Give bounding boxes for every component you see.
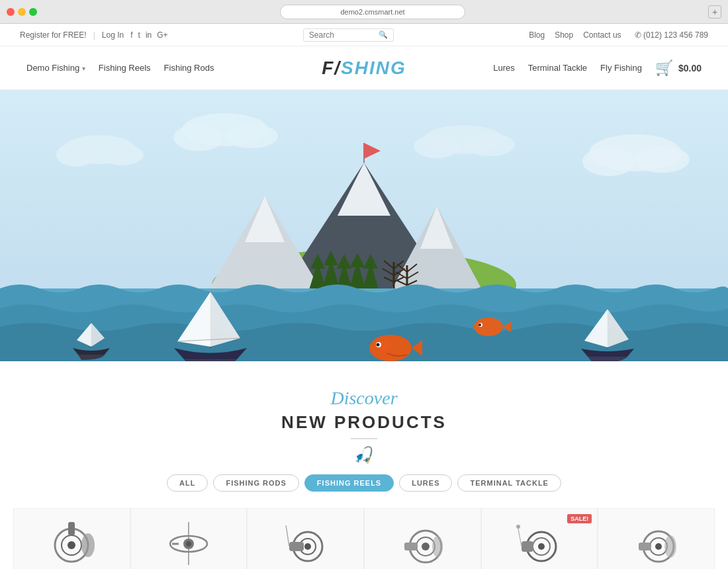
svg-point-67: [478, 324, 481, 326]
svg-point-98: [664, 535, 676, 558]
svg-point-87: [432, 536, 443, 557]
filter-tabs: ALL FISHING RODS FISHING REELS LURES TER…: [0, 474, 728, 492]
products-section: Discover NEW PRODUCTS 🎣 ALL FISHING RODS…: [0, 361, 728, 569]
minimize-button[interactable]: [18, 8, 26, 16]
product-card[interactable]: SALE!: [481, 508, 598, 569]
product-card[interactable]: [364, 508, 481, 569]
product-image: [165, 519, 212, 568]
product-card[interactable]: [247, 508, 364, 569]
svg-point-8: [414, 134, 460, 158]
svg-point-5: [173, 124, 224, 151]
nav-lures[interactable]: Lures: [493, 63, 515, 73]
svg-line-82: [286, 525, 289, 547]
discover-heading: Discover: [0, 388, 728, 409]
filter-fishing-reels[interactable]: FISHING REELS: [304, 474, 394, 492]
products-row: SALE!: [0, 508, 728, 569]
filter-terminal-tackle[interactable]: TERMINAL TACKLE: [457, 474, 561, 492]
svg-point-72: [81, 533, 95, 557]
hero-illustration: [0, 90, 728, 361]
search-input[interactable]: [309, 30, 375, 40]
nav-fly-fishing[interactable]: Fly Fishing: [600, 63, 642, 73]
nav-fishing-reels[interactable]: Fishing Reels: [99, 63, 151, 73]
utility-links: Blog Shop Contact us: [529, 30, 621, 40]
contact-link[interactable]: Contact us: [583, 30, 621, 40]
divider: |: [93, 30, 95, 40]
address-input[interactable]: [280, 5, 465, 19]
new-products-title: NEW PRODUCTS: [0, 412, 728, 433]
nav-container: Demo Fishing ▾ Fishing Reels Fishing Rod…: [26, 60, 702, 77]
utility-bar: Register for FREE! | Log In f t in G+ 🔍 …: [0, 24, 728, 46]
traffic-lights: [7, 8, 37, 16]
svg-rect-97: [639, 543, 651, 550]
svg-rect-86: [404, 543, 418, 550]
register-link[interactable]: Register for FREE!: [20, 30, 87, 40]
maximize-button[interactable]: [29, 8, 37, 16]
cart-amount: $0.00: [678, 63, 702, 73]
blog-link[interactable]: Blog: [529, 30, 545, 40]
fishing-emoji: 🎣: [0, 446, 728, 464]
product-image: [399, 519, 445, 568]
title-divider: [351, 438, 377, 439]
login-link[interactable]: Log In: [102, 30, 124, 40]
filter-fishing-rods[interactable]: FISHING RODS: [213, 474, 298, 492]
product-image: [633, 519, 680, 568]
linkedin-icon[interactable]: in: [146, 30, 152, 40]
nav-links-right: Lures Terminal Tackle Fly Fishing: [493, 63, 642, 73]
svg-point-11: [582, 147, 635, 176]
sale-badge: SALE!: [567, 514, 592, 523]
svg-point-9: [465, 134, 515, 156]
twitter-icon[interactable]: t: [138, 30, 140, 40]
svg-rect-91: [522, 541, 533, 552]
nav-terminal-tackle[interactable]: Terminal Tackle: [528, 63, 587, 73]
shop-link[interactable]: Shop: [555, 30, 573, 40]
cart-area: 🛒 $0.00: [655, 60, 702, 77]
search-box: 🔍: [303, 28, 394, 42]
svg-point-6: [225, 124, 278, 148]
product-image: [48, 519, 95, 568]
svg-rect-81: [289, 542, 304, 551]
search-icon: 🔍: [379, 30, 388, 39]
svg-rect-71: [68, 522, 75, 535]
main-nav: Demo Fishing ▾ Fishing Reels Fishing Rod…: [0, 46, 728, 90]
phone-number: ✆ (012) 123 456 789: [635, 30, 708, 40]
close-button[interactable]: [7, 8, 15, 16]
nav-demo-fishing[interactable]: Demo Fishing ▾: [26, 63, 85, 73]
facebook-icon[interactable]: f: [130, 30, 132, 40]
nav-links-left: Demo Fishing ▾ Fishing Reels Fishing Rod…: [26, 63, 214, 73]
svg-line-92: [518, 529, 522, 547]
social-icons: f t in G+: [130, 30, 167, 40]
svg-point-96: [655, 543, 662, 550]
svg-point-93: [516, 525, 520, 529]
site-logo[interactable]: F/SHING: [322, 58, 406, 79]
utility-left: Register for FREE! | Log In f t in G+: [20, 30, 168, 40]
address-bar: [42, 5, 703, 19]
svg-point-76: [186, 541, 191, 547]
product-image: [516, 519, 563, 568]
svg-point-3: [101, 144, 144, 165]
dropdown-arrow-icon: ▾: [82, 65, 85, 72]
svg-point-80: [304, 543, 311, 550]
new-tab-button[interactable]: +: [708, 5, 721, 19]
svg-point-2: [56, 143, 96, 167]
nav-fishing-rods[interactable]: Fishing Rods: [164, 63, 214, 73]
filter-lures[interactable]: LURES: [399, 474, 452, 492]
svg-point-63: [377, 343, 380, 347]
filter-all[interactable]: ALL: [167, 474, 208, 492]
product-card[interactable]: [130, 508, 248, 569]
browser-chrome: +: [0, 0, 728, 24]
hero-section: [0, 90, 728, 361]
svg-point-12: [634, 146, 690, 173]
cart-icon[interactable]: 🛒: [655, 60, 673, 77]
svg-point-70: [68, 541, 75, 549]
product-image: [283, 519, 329, 568]
svg-point-85: [422, 543, 430, 550]
product-card[interactable]: [13, 508, 130, 569]
utility-right: Blog Shop Contact us ✆ (012) 123 456 789: [529, 30, 708, 40]
svg-point-64: [474, 318, 503, 336]
googleplus-icon[interactable]: G+: [157, 30, 167, 40]
product-card[interactable]: [598, 508, 715, 569]
svg-point-90: [538, 543, 545, 550]
